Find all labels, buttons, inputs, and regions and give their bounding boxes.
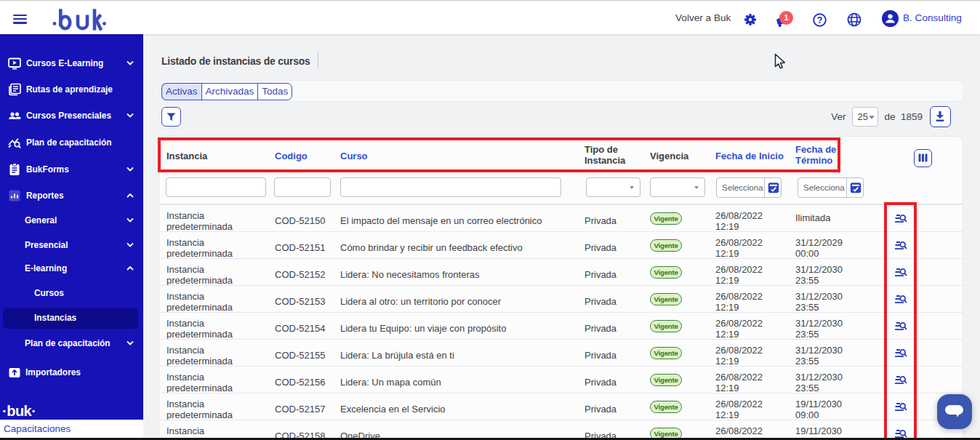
svg-text:?: ?: [817, 15, 823, 25]
